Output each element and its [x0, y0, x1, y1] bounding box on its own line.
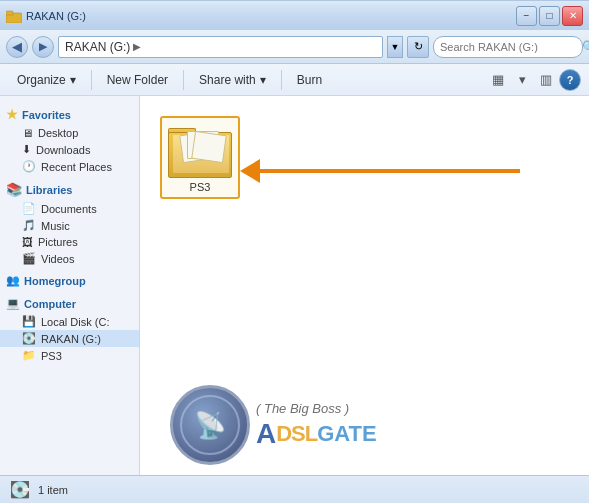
sidebar-favorites-label: Favorites	[22, 109, 71, 121]
forward-button[interactable]: ▶	[32, 36, 54, 58]
close-button[interactable]: ✕	[562, 6, 583, 26]
arrow-annotation	[240, 156, 520, 186]
minimize-button[interactable]: −	[516, 6, 537, 26]
content-area: PS3 📡 ( The Big Boss ) A DSL	[140, 96, 589, 475]
sidebar-item-downloads[interactable]: ⬇ Downloads	[0, 141, 139, 158]
sidebar-computer-section: 💻 Computer 💾 Local Disk (C: 💽 RAKAN (G:)…	[0, 294, 139, 364]
local-disk-icon: 💾	[22, 315, 36, 328]
sidebar-favorites-section: ★ Favorites 🖥 Desktop ⬇ Downloads 🕐 Rece…	[0, 104, 139, 175]
sidebar-computer-header[interactable]: 💻 Computer	[0, 294, 139, 313]
folder-body	[168, 132, 232, 178]
refresh-button[interactable]: ↻	[407, 36, 429, 58]
dsl-letters: DSL	[276, 421, 317, 447]
documents-icon: 📄	[22, 202, 36, 215]
view-arrow-button[interactable]: ▾	[511, 69, 533, 91]
videos-icon: 🎬	[22, 252, 36, 265]
help-button[interactable]: ?	[559, 69, 581, 91]
sidebar-item-rakan[interactable]: 💽 RAKAN (G:)	[0, 330, 139, 347]
toolbar-right: ▦ ▾ ▥ ?	[487, 69, 581, 91]
new-folder-button[interactable]: New Folder	[98, 68, 177, 92]
toolbar-separator-2	[183, 70, 184, 90]
sidebar-libraries-label: Libraries	[26, 184, 72, 196]
sidebar-item-pictures[interactable]: 🖼 Pictures	[0, 234, 139, 250]
burn-button[interactable]: Burn	[288, 68, 331, 92]
sidebar-ps3-label: PS3	[41, 350, 62, 362]
share-with-label: Share with	[199, 73, 256, 87]
path-root: RAKAN (G:)	[65, 40, 130, 54]
recent-icon: 🕐	[22, 160, 36, 173]
sidebar-downloads-label: Downloads	[36, 144, 90, 156]
sidebar-libraries-header[interactable]: 📚 Libraries	[0, 179, 139, 200]
sidebar-item-local-disk[interactable]: 💾 Local Disk (C:	[0, 313, 139, 330]
sidebar-item-recent-places[interactable]: 🕐 Recent Places	[0, 158, 139, 175]
status-item-count: 1 item	[38, 484, 68, 496]
sidebar-item-videos[interactable]: 🎬 Videos	[0, 250, 139, 267]
svg-rect-1	[6, 11, 13, 15]
toolbar-separator-1	[91, 70, 92, 90]
address-dropdown[interactable]: ▼	[387, 36, 403, 58]
sidebar: ★ Favorites 🖥 Desktop ⬇ Downloads 🕐 Rece…	[0, 96, 140, 475]
title-bar: RAKAN (G:) − □ ✕	[0, 0, 589, 30]
main-area: ★ Favorites 🖥 Desktop ⬇ Downloads 🕐 Rece…	[0, 96, 589, 475]
paper-3	[191, 131, 227, 163]
sidebar-music-label: Music	[41, 220, 70, 232]
burn-label: Burn	[297, 73, 322, 87]
dsl-gate-letters: GATE	[317, 421, 376, 447]
status-bar: 💽 1 item	[0, 475, 589, 503]
organize-arrow-icon: ▾	[70, 73, 76, 87]
pictures-icon: 🖼	[22, 236, 33, 248]
folder-papers	[181, 131, 229, 165]
ps3-folder-icon: 📁	[22, 349, 36, 362]
sidebar-pictures-label: Pictures	[38, 236, 78, 248]
title-bar-left: RAKAN (G:)	[6, 9, 86, 23]
rakan-icon: 💽	[22, 332, 36, 345]
organize-button[interactable]: Organize ▾	[8, 68, 85, 92]
path-separator: ▶	[133, 41, 141, 52]
sidebar-homegroup-header[interactable]: 👥 Homegroup	[0, 271, 139, 290]
address-path[interactable]: RAKAN (G:) ▶	[58, 36, 383, 58]
folder-title-icon	[6, 9, 22, 23]
sidebar-homegroup-label: Homegroup	[24, 275, 86, 287]
status-drive-icon: 💽	[10, 480, 30, 499]
view-button[interactable]: ▦	[487, 69, 509, 91]
toolbar: Organize ▾ New Folder Share with ▾ Burn …	[0, 64, 589, 96]
dsl-a-letter: A	[256, 418, 276, 450]
sidebar-videos-label: Videos	[41, 253, 74, 265]
sidebar-homegroup-section: 👥 Homegroup	[0, 271, 139, 290]
homegroup-icon: 👥	[6, 274, 20, 287]
sidebar-local-disk-label: Local Disk (C:	[41, 316, 109, 328]
layout-button[interactable]: ▥	[535, 69, 557, 91]
ps3-folder-item[interactable]: PS3	[160, 116, 240, 199]
sidebar-libraries-section: 📚 Libraries 📄 Documents 🎵 Music 🖼 Pictur…	[0, 179, 139, 267]
sidebar-documents-label: Documents	[41, 203, 97, 215]
dslgate-text: ( The Big Boss ) A DSL GATE	[256, 401, 377, 450]
new-folder-label: New Folder	[107, 73, 168, 87]
big-boss-label: ( The Big Boss )	[256, 401, 377, 416]
favorites-icon: ★	[6, 107, 18, 122]
sidebar-item-desktop[interactable]: 🖥 Desktop	[0, 125, 139, 141]
arrow-head-icon	[240, 159, 260, 183]
maximize-button[interactable]: □	[539, 6, 560, 26]
sidebar-item-music[interactable]: 🎵 Music	[0, 217, 139, 234]
sidebar-favorites-header[interactable]: ★ Favorites	[0, 104, 139, 125]
sidebar-item-ps3[interactable]: 📁 PS3	[0, 347, 139, 364]
desktop-icon: 🖥	[22, 127, 33, 139]
share-with-arrow-icon: ▾	[260, 73, 266, 87]
sidebar-item-documents[interactable]: 📄 Documents	[0, 200, 139, 217]
sidebar-computer-label: Computer	[24, 298, 76, 310]
folder-label: PS3	[190, 181, 211, 193]
music-icon: 🎵	[22, 219, 36, 232]
watermark: 📡 ( The Big Boss ) A DSL GATE	[170, 385, 377, 465]
organize-label: Organize	[17, 73, 66, 87]
search-input[interactable]	[440, 41, 578, 53]
back-button[interactable]: ◀	[6, 36, 28, 58]
computer-icon: 💻	[6, 297, 20, 310]
libraries-icon: 📚	[6, 182, 22, 197]
sidebar-recent-label: Recent Places	[41, 161, 112, 173]
search-box[interactable]: 🔍	[433, 36, 583, 58]
file-list: PS3 📡 ( The Big Boss ) A DSL	[140, 96, 589, 475]
arrow-line	[260, 169, 520, 173]
toolbar-separator-3	[281, 70, 282, 90]
share-with-button[interactable]: Share with ▾	[190, 68, 275, 92]
downloads-icon: ⬇	[22, 143, 31, 156]
